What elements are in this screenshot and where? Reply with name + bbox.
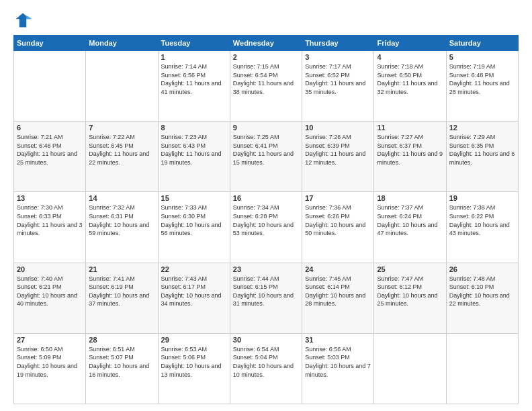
calendar-cell: 11Sunrise: 7:27 AM Sunset: 6:37 PM Dayli… — [374, 122, 446, 192]
day-number: 13 — [17, 194, 83, 202]
day-info: Sunrise: 7:22 AM Sunset: 6:45 PM Dayligh… — [89, 133, 154, 167]
day-info: Sunrise: 7:27 AM Sunset: 6:37 PM Dayligh… — [377, 133, 443, 167]
calendar-cell: 17Sunrise: 7:36 AM Sunset: 6:26 PM Dayli… — [302, 192, 374, 263]
calendar-table: SundayMondayTuesdayWednesdayThursdayFrid… — [13, 35, 519, 404]
col-header-monday: Monday — [86, 36, 158, 51]
calendar-cell: 31Sunrise: 6:56 AM Sunset: 5:03 PM Dayli… — [302, 333, 374, 404]
day-info: Sunrise: 7:25 AM Sunset: 6:41 PM Dayligh… — [233, 133, 299, 167]
calendar-cell — [374, 333, 446, 404]
day-number: 5 — [449, 53, 515, 61]
day-info: Sunrise: 7:34 AM Sunset: 6:28 PM Dayligh… — [233, 203, 299, 237]
calendar-cell: 9Sunrise: 7:25 AM Sunset: 6:41 PM Daylig… — [230, 122, 302, 192]
day-info: Sunrise: 6:54 AM Sunset: 5:04 PM Dayligh… — [233, 345, 299, 379]
day-info: Sunrise: 7:44 AM Sunset: 6:15 PM Dayligh… — [233, 275, 299, 308]
col-header-tuesday: Tuesday — [158, 36, 230, 51]
day-info: Sunrise: 7:15 AM Sunset: 6:54 PM Dayligh… — [233, 62, 299, 96]
day-info: Sunrise: 6:51 AM Sunset: 5:07 PM Dayligh… — [89, 345, 154, 379]
day-number: 16 — [233, 194, 299, 202]
calendar-cell: 5Sunrise: 7:19 AM Sunset: 6:48 PM Daylig… — [446, 51, 518, 122]
day-number: 17 — [305, 194, 371, 202]
calendar-week-0: 1Sunrise: 7:14 AM Sunset: 6:56 PM Daylig… — [14, 51, 519, 122]
day-number: 27 — [17, 336, 83, 344]
calendar-week-1: 6Sunrise: 7:21 AM Sunset: 6:46 PM Daylig… — [14, 122, 519, 192]
day-info: Sunrise: 7:23 AM Sunset: 6:43 PM Dayligh… — [161, 133, 227, 167]
day-info: Sunrise: 7:14 AM Sunset: 6:56 PM Dayligh… — [161, 62, 227, 96]
day-info: Sunrise: 7:40 AM Sunset: 6:21 PM Dayligh… — [17, 275, 83, 308]
calendar-cell: 8Sunrise: 7:23 AM Sunset: 6:43 PM Daylig… — [158, 122, 230, 192]
day-number: 11 — [377, 124, 443, 132]
day-info: Sunrise: 7:33 AM Sunset: 6:30 PM Dayligh… — [161, 203, 227, 237]
calendar-cell: 18Sunrise: 7:37 AM Sunset: 6:24 PM Dayli… — [374, 192, 446, 263]
calendar-cell: 2Sunrise: 7:15 AM Sunset: 6:54 PM Daylig… — [230, 51, 302, 122]
calendar-week-4: 27Sunrise: 6:50 AM Sunset: 5:09 PM Dayli… — [14, 333, 519, 404]
day-number: 2 — [233, 53, 299, 61]
day-info: Sunrise: 7:37 AM Sunset: 6:24 PM Dayligh… — [377, 203, 443, 237]
day-number: 8 — [161, 124, 227, 132]
day-number: 20 — [17, 265, 83, 273]
calendar-cell: 6Sunrise: 7:21 AM Sunset: 6:46 PM Daylig… — [14, 122, 86, 192]
day-info: Sunrise: 7:29 AM Sunset: 6:35 PM Dayligh… — [449, 133, 515, 167]
day-info: Sunrise: 6:50 AM Sunset: 5:09 PM Dayligh… — [17, 345, 83, 379]
calendar-cell: 24Sunrise: 7:45 AM Sunset: 6:14 PM Dayli… — [302, 263, 374, 333]
day-info: Sunrise: 7:45 AM Sunset: 6:14 PM Dayligh… — [305, 275, 371, 308]
calendar-cell: 30Sunrise: 6:54 AM Sunset: 5:04 PM Dayli… — [230, 333, 302, 404]
day-number: 3 — [305, 53, 371, 61]
col-header-sunday: Sunday — [14, 36, 86, 51]
day-info: Sunrise: 7:48 AM Sunset: 6:10 PM Dayligh… — [449, 275, 515, 308]
day-number: 26 — [449, 265, 515, 273]
calendar-week-2: 13Sunrise: 7:30 AM Sunset: 6:33 PM Dayli… — [14, 192, 519, 263]
calendar-cell — [446, 333, 518, 404]
calendar-cell: 4Sunrise: 7:18 AM Sunset: 6:50 PM Daylig… — [374, 51, 446, 122]
calendar-cell: 22Sunrise: 7:43 AM Sunset: 6:17 PM Dayli… — [158, 263, 230, 333]
calendar-cell: 16Sunrise: 7:34 AM Sunset: 6:28 PM Dayli… — [230, 192, 302, 263]
calendar-cell: 1Sunrise: 7:14 AM Sunset: 6:56 PM Daylig… — [158, 51, 230, 122]
day-info: Sunrise: 7:30 AM Sunset: 6:33 PM Dayligh… — [17, 203, 83, 237]
day-info: Sunrise: 7:32 AM Sunset: 6:31 PM Dayligh… — [89, 203, 154, 237]
day-number: 19 — [449, 194, 515, 202]
day-info: Sunrise: 7:19 AM Sunset: 6:48 PM Dayligh… — [449, 62, 515, 96]
col-header-friday: Friday — [374, 36, 446, 51]
day-number: 14 — [89, 194, 154, 202]
calendar-cell: 28Sunrise: 6:51 AM Sunset: 5:07 PM Dayli… — [86, 333, 158, 404]
calendar-cell: 23Sunrise: 7:44 AM Sunset: 6:15 PM Dayli… — [230, 263, 302, 333]
day-number: 22 — [161, 265, 227, 273]
calendar-cell: 29Sunrise: 6:53 AM Sunset: 5:06 PM Dayli… — [158, 333, 230, 404]
day-number: 6 — [17, 124, 83, 132]
calendar-cell: 15Sunrise: 7:33 AM Sunset: 6:30 PM Dayli… — [158, 192, 230, 263]
day-info: Sunrise: 7:36 AM Sunset: 6:26 PM Dayligh… — [305, 203, 371, 237]
day-number: 24 — [305, 265, 371, 273]
day-info: Sunrise: 7:17 AM Sunset: 6:52 PM Dayligh… — [305, 62, 371, 96]
day-number: 7 — [89, 124, 154, 132]
calendar-cell: 20Sunrise: 7:40 AM Sunset: 6:21 PM Dayli… — [14, 263, 86, 333]
calendar-cell: 27Sunrise: 6:50 AM Sunset: 5:09 PM Dayli… — [14, 333, 86, 404]
calendar-cell: 10Sunrise: 7:26 AM Sunset: 6:39 PM Dayli… — [302, 122, 374, 192]
day-info: Sunrise: 7:47 AM Sunset: 6:12 PM Dayligh… — [377, 275, 443, 308]
day-number: 10 — [305, 124, 371, 132]
day-number: 31 — [305, 336, 371, 344]
header — [13, 11, 519, 30]
calendar-cell: 14Sunrise: 7:32 AM Sunset: 6:31 PM Dayli… — [86, 192, 158, 263]
calendar-cell: 26Sunrise: 7:48 AM Sunset: 6:10 PM Dayli… — [446, 263, 518, 333]
calendar-cell: 12Sunrise: 7:29 AM Sunset: 6:35 PM Dayli… — [446, 122, 518, 192]
day-number: 28 — [89, 336, 154, 344]
calendar-cell — [86, 51, 158, 122]
col-header-saturday: Saturday — [446, 36, 518, 51]
calendar-cell — [14, 51, 86, 122]
svg-marker-0 — [16, 13, 30, 28]
calendar-header-row: SundayMondayTuesdayWednesdayThursdayFrid… — [14, 36, 519, 51]
logo-icon — [13, 11, 32, 30]
calendar-cell: 13Sunrise: 7:30 AM Sunset: 6:33 PM Dayli… — [14, 192, 86, 263]
day-number: 1 — [161, 53, 227, 61]
day-number: 21 — [89, 265, 154, 273]
day-info: Sunrise: 7:38 AM Sunset: 6:22 PM Dayligh… — [449, 203, 515, 237]
day-number: 25 — [377, 265, 443, 273]
day-number: 29 — [161, 336, 227, 344]
logo — [13, 11, 35, 30]
day-info: Sunrise: 6:53 AM Sunset: 5:06 PM Dayligh… — [161, 345, 227, 379]
calendar-cell: 7Sunrise: 7:22 AM Sunset: 6:45 PM Daylig… — [86, 122, 158, 192]
day-number: 30 — [233, 336, 299, 344]
calendar-cell: 19Sunrise: 7:38 AM Sunset: 6:22 PM Dayli… — [446, 192, 518, 263]
day-info: Sunrise: 7:26 AM Sunset: 6:39 PM Dayligh… — [305, 133, 371, 167]
day-number: 4 — [377, 53, 443, 61]
calendar-week-3: 20Sunrise: 7:40 AM Sunset: 6:21 PM Dayli… — [14, 263, 519, 333]
